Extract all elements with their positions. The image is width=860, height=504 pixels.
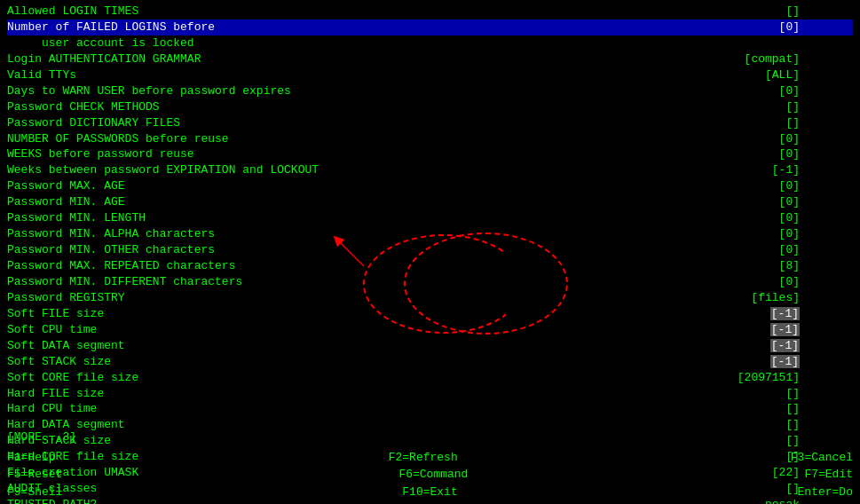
row-value: []	[138, 4, 853, 20]
row-value: [2097151]	[138, 370, 853, 386]
row-label: Hard FILE size	[7, 386, 104, 402]
row-label: Soft CPU time	[7, 322, 97, 338]
fn-key-row: F9=ShellF10=ExitEnter=Do	[7, 484, 853, 501]
row-label: Number of FAILED LOGINS before	[7, 20, 215, 35]
row-value: [-1]	[111, 354, 853, 370]
table-row: Hard CPU time[]	[7, 401, 853, 417]
table-row: Days to WARN USER before password expire…	[7, 83, 853, 99]
row-label: Soft STACK size	[7, 354, 111, 370]
row-value: [0]	[229, 131, 853, 147]
terminal-screen: Allowed LOGIN TIMES[]Number of FAILED LO…	[0, 0, 860, 504]
row-value: [-1]	[104, 306, 853, 322]
row-label: Password MIN. AGE	[7, 194, 125, 210]
row-value: []	[180, 115, 853, 131]
table-row: NUMBER OF PASSWORDS before reuse[0]	[7, 131, 853, 147]
row-value: [0]	[242, 274, 853, 290]
table-row: Soft CORE file size[2097151]	[7, 370, 853, 386]
row-label: NUMBER OF PASSWORDS before reuse	[7, 131, 229, 147]
row-value: [0]	[125, 194, 853, 210]
fn-key-right[interactable]: F3=Cancel	[791, 449, 853, 467]
row-label: Hard CPU time	[7, 401, 97, 417]
table-row: Soft DATA segment[-1]	[7, 338, 853, 354]
fn-key-right[interactable]: F7=Edit	[804, 466, 853, 484]
row-value: [0]	[215, 20, 853, 35]
row-label: Password MAX. AGE	[7, 178, 125, 194]
table-row: Password MAX. REPEATED characters[8]	[7, 258, 853, 274]
table-row: Weeks between password EXPIRATION and LO…	[7, 162, 853, 178]
row-label: Password MIN. ALPHA characters	[7, 226, 215, 242]
table-row: Soft STACK size[-1]	[7, 354, 853, 370]
fn-key-center[interactable]: F6=Command	[398, 466, 468, 484]
fn-key-left[interactable]: F5=Reset	[7, 466, 62, 484]
row-label: Valid TTYs	[7, 67, 76, 83]
fn-keys: F1=HelpF2=RefreshF3=CancelF5=ResetF6=Com…	[7, 449, 853, 501]
row-value: [-1]	[319, 162, 853, 178]
row-value: []	[104, 386, 853, 402]
row-value: [0]	[215, 226, 853, 242]
table-row: Password CHECK METHODS[]	[7, 99, 853, 115]
more-indicator: [MORE...3]	[7, 430, 853, 444]
row-label: Soft CORE file size	[7, 370, 138, 386]
table-row: Password MIN. OTHER characters[0]	[7, 242, 853, 258]
function-key-bar: [MORE...3] F1=HelpF2=RefreshF3=CancelF5=…	[0, 425, 860, 505]
table-row: Password MIN. DIFFERENT characters[0]	[7, 274, 853, 290]
row-value: [ALL]	[76, 67, 853, 83]
row-value: [0]	[194, 146, 853, 162]
row-label: Password MIN. OTHER characters	[7, 242, 215, 258]
row-value: [files]	[125, 290, 853, 306]
table-row: Password DICTIONARY FILES[]	[7, 115, 853, 131]
fn-key-right[interactable]: Enter=Do	[798, 484, 853, 501]
row-label: Days to WARN USER before password expire…	[7, 83, 291, 99]
row-label: Allowed LOGIN TIMES	[7, 4, 138, 20]
row-label: Password CHECK METHODS	[7, 99, 160, 115]
row-value: [8]	[235, 258, 853, 274]
row-label: WEEKS before password reuse	[7, 146, 194, 162]
row-label: Weeks between password EXPIRATION and LO…	[7, 162, 319, 178]
table-row: Password MIN. AGE[0]	[7, 194, 853, 210]
row-value	[194, 35, 853, 51]
fn-key-row: F1=HelpF2=RefreshF3=Cancel	[7, 449, 853, 467]
row-label: user account is locked	[7, 35, 194, 51]
row-value: [0]	[215, 242, 853, 258]
fn-key-left[interactable]: F9=Shell	[7, 484, 62, 501]
row-value: [0]	[291, 83, 853, 99]
table-row: Valid TTYs[ALL]	[7, 67, 853, 83]
table-row: Login AUTHENTICATION GRAMMAR[compat]	[7, 51, 853, 67]
fn-key-left[interactable]: F1=Help	[7, 449, 56, 467]
row-value: [0]	[125, 178, 853, 194]
table-row: Number of FAILED LOGINS before[0]	[7, 20, 853, 35]
row-label: Password MAX. REPEATED characters	[7, 258, 235, 274]
row-label: Password MIN. DIFFERENT characters	[7, 274, 242, 290]
row-label: Password DICTIONARY FILES	[7, 115, 180, 131]
row-value: [-1]	[97, 322, 853, 338]
table-row: Soft FILE size[-1]	[7, 306, 853, 322]
row-value: []	[97, 401, 853, 417]
row-value: [compat]	[201, 51, 853, 67]
row-label: Password REGISTRY	[7, 290, 125, 306]
fn-key-center[interactable]: F10=Exit	[402, 484, 457, 501]
row-label: Login AUTHENTICATION GRAMMAR	[7, 51, 201, 67]
row-value: [-1]	[125, 338, 853, 354]
table-row: Hard FILE size[]	[7, 386, 853, 402]
table-row: Soft CPU time[-1]	[7, 322, 853, 338]
table-row: Password REGISTRY[files]	[7, 290, 853, 306]
table-row: Allowed LOGIN TIMES[]	[7, 4, 853, 20]
table-row: user account is locked	[7, 35, 853, 51]
row-label: Password MIN. LENGTH	[7, 210, 146, 226]
fn-key-row: F5=ResetF6=CommandF7=Edit	[7, 466, 853, 484]
fn-key-center[interactable]: F2=Refresh	[389, 449, 458, 467]
row-label: Soft FILE size	[7, 306, 104, 322]
table-row: Password MIN. ALPHA characters[0]	[7, 226, 853, 242]
table-row: WEEKS before password reuse[0]	[7, 146, 853, 162]
row-label: Soft DATA segment	[7, 338, 125, 354]
table-row: Password MAX. AGE[0]	[7, 178, 853, 194]
row-value: []	[160, 99, 853, 115]
table-row: Password MIN. LENGTH[0]	[7, 210, 853, 226]
row-value: [0]	[146, 210, 853, 226]
